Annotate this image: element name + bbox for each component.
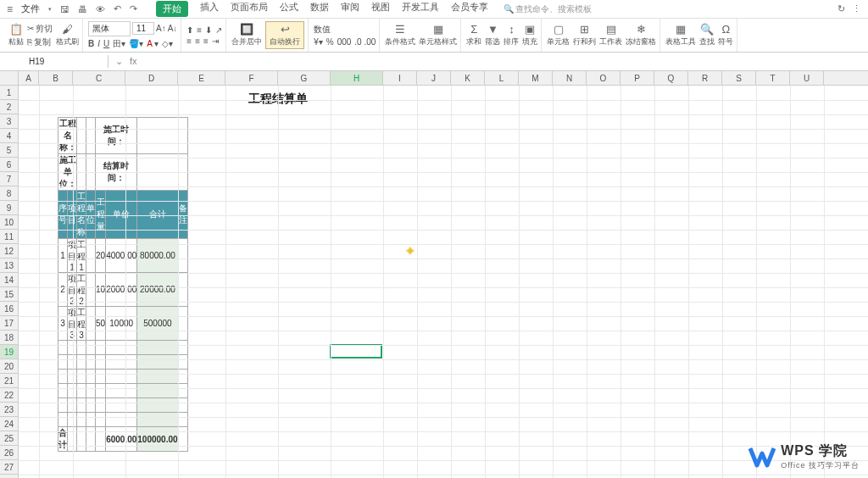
name-box[interactable]: H19	[24, 55, 108, 68]
italic-button[interactable]: I	[97, 39, 100, 48]
row-header-3[interactable]: 3	[0, 114, 18, 129]
row-header-11[interactable]: 11	[0, 230, 18, 244]
indent-icon[interactable]: ⇥	[212, 36, 219, 46]
decimal-icon[interactable]: .0 .00	[354, 37, 376, 47]
val-constr-time[interactable]	[137, 118, 178, 154]
align-right-icon[interactable]: ≡	[203, 36, 209, 46]
col-header-F[interactable]: F	[225, 71, 278, 85]
number-format-select[interactable]: 数值	[314, 24, 376, 36]
print-icon[interactable]: 🖶	[78, 4, 87, 14]
col-header-E[interactable]: E	[178, 71, 225, 85]
cut-button[interactable]: ✂ 剪切	[27, 23, 53, 35]
row-header-10[interactable]: 10	[0, 215, 18, 230]
col-header-U[interactable]: U	[790, 71, 824, 85]
border-button[interactable]: 田▾	[113, 38, 125, 50]
tab-formula[interactable]: 公式	[280, 1, 298, 17]
row-header-17[interactable]: 17	[0, 316, 18, 331]
orientation-icon[interactable]: ↗	[215, 25, 222, 35]
tab-dev[interactable]: 开发工具	[402, 1, 439, 17]
row-header-26[interactable]: 26	[0, 446, 18, 460]
col-header-C[interactable]: C	[73, 71, 125, 85]
auto-wrap-button[interactable]: ↩自动换行	[265, 21, 304, 49]
row-header-16[interactable]: 16	[0, 302, 18, 316]
copy-button[interactable]: ⎘ 复制	[27, 36, 53, 48]
select-all-corner[interactable]	[0, 71, 19, 86]
table-tools-button[interactable]: ▦表格工具	[665, 23, 696, 47]
currency-icon[interactable]: ¥▾	[314, 37, 323, 47]
bold-button[interactable]: B	[88, 39, 94, 48]
row-header-9[interactable]: 9	[0, 201, 18, 215]
align-bottom-icon[interactable]: ⬇	[205, 25, 212, 35]
font-name-select[interactable]: 黑体	[88, 21, 131, 36]
increase-font-icon[interactable]: A↑	[156, 24, 166, 33]
row-header-20[interactable]: 20	[0, 359, 18, 374]
hamburger-icon[interactable]: ≡	[7, 3, 13, 15]
fx-icon[interactable]: fx	[130, 56, 137, 67]
tab-review[interactable]: 审阅	[341, 1, 359, 17]
merge-center-button[interactable]: 🔲合并居中	[231, 23, 262, 47]
tab-member[interactable]: 会员专享	[451, 1, 488, 17]
row-header-12[interactable]: 12	[0, 244, 18, 258]
row-header-28[interactable]: 28	[0, 475, 18, 478]
more-icon[interactable]: ⋮	[852, 3, 861, 14]
col-header-P[interactable]: P	[620, 71, 654, 85]
fill-button[interactable]: ▣填充	[522, 23, 537, 47]
clear-format-button[interactable]: ◇▾	[162, 39, 173, 48]
paste-button[interactable]: 📋粘贴	[8, 23, 24, 47]
tab-view[interactable]: 视图	[371, 1, 390, 17]
grid[interactable]: 工程结算单 工程名称： 施工时间： 施工单位： 结算时间： 序号	[19, 86, 868, 478]
cond-format-button[interactable]: ☰条件格式	[385, 23, 415, 47]
col-header-Q[interactable]: Q	[654, 71, 688, 85]
file-menu-caret-icon[interactable]: ▾	[48, 6, 52, 13]
row-header-19[interactable]: 19	[0, 345, 18, 359]
col-header-T[interactable]: T	[756, 71, 790, 85]
col-header-R[interactable]: R	[688, 71, 722, 85]
col-header-K[interactable]: K	[451, 71, 485, 85]
font-color-button[interactable]: A▾	[147, 39, 159, 48]
col-header-L[interactable]: L	[485, 71, 519, 85]
cell-style-button[interactable]: ▦单元格样式	[419, 23, 457, 47]
format-painter-button[interactable]: 🖌格式刷	[56, 23, 79, 47]
col-header-O[interactable]: O	[587, 71, 620, 85]
row-header-6[interactable]: 6	[0, 158, 18, 172]
align-center-icon[interactable]: ≡	[195, 36, 200, 46]
col-header-M[interactable]: M	[519, 71, 553, 85]
col-header-D[interactable]: D	[125, 71, 178, 85]
row-header-8[interactable]: 8	[0, 186, 18, 201]
symbol-button[interactable]: Ω符号	[718, 23, 733, 47]
row-col-button[interactable]: ⊞行和列	[573, 23, 596, 47]
val-proj-name[interactable]	[77, 118, 86, 154]
underline-button[interactable]: U	[103, 39, 109, 48]
worksheet-button[interactable]: ▤工作表	[599, 23, 622, 47]
col-header-A[interactable]: A	[19, 71, 39, 85]
row-header-14[interactable]: 14	[0, 273, 18, 287]
save-icon[interactable]: 🖫	[60, 4, 70, 14]
row-header-5[interactable]: 5	[0, 143, 18, 158]
col-header-J[interactable]: J	[417, 71, 451, 85]
find-button[interactable]: 🔍查找	[699, 23, 715, 47]
col-header-S[interactable]: S	[722, 71, 756, 85]
row-header-2[interactable]: 2	[0, 100, 18, 114]
preview-icon[interactable]: 👁	[96, 4, 105, 14]
formula-input[interactable]	[144, 60, 868, 64]
comma-icon[interactable]: 000	[337, 37, 352, 47]
row-header-21[interactable]: 21	[0, 374, 18, 388]
align-left-icon[interactable]: ≡	[186, 36, 192, 46]
col-header-I[interactable]: I	[383, 71, 417, 85]
undo-icon[interactable]: ↶	[114, 3, 121, 14]
tab-start[interactable]: 开始	[156, 1, 188, 17]
row-header-13[interactable]: 13	[0, 258, 18, 273]
col-header-N[interactable]: N	[553, 71, 587, 85]
row-header-18[interactable]: 18	[0, 331, 18, 345]
redo-icon[interactable]: ↷	[130, 3, 137, 14]
row-header-27[interactable]: 27	[0, 460, 18, 475]
file-menu[interactable]: 文件	[21, 3, 40, 15]
row-header-1[interactable]: 1	[0, 86, 18, 100]
col-header-H[interactable]: H	[331, 71, 383, 85]
percent-icon[interactable]: %	[326, 37, 334, 47]
search-box[interactable]: 🔍 查找命令、搜索模板	[504, 3, 592, 15]
fill-color-button[interactable]: 🪣▾	[129, 39, 143, 48]
sync-icon[interactable]: ↻	[837, 3, 845, 14]
freeze-button[interactable]: ❄冻结窗格	[626, 23, 656, 47]
col-header-G[interactable]: G	[278, 71, 331, 85]
